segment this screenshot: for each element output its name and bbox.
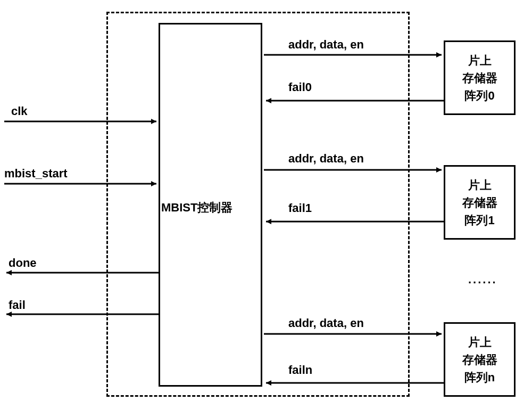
arrows-layer <box>0 0 532 417</box>
